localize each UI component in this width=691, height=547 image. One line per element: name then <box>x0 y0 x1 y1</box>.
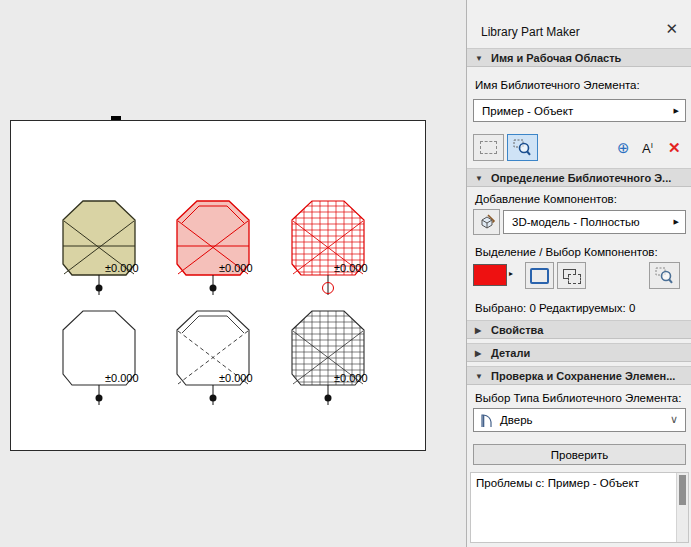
object-shaded-khaki[interactable]: ±0.000 <box>56 196 156 300</box>
section-header-definition[interactable]: ▼ Определение Библиотечного Э... <box>467 168 691 187</box>
section-header-properties[interactable]: ▶ Свойства <box>467 320 691 339</box>
close-icon[interactable]: ✕ <box>665 21 678 36</box>
chevron-down-icon: ∨ <box>670 413 678 426</box>
problems-text: Проблемы с: Пример - Объект <box>476 477 639 489</box>
check-button[interactable]: Проверить <box>473 444 686 465</box>
section-header-label: Проверка и Сохранение Элемен... <box>491 370 675 382</box>
object-dashed-wireframe[interactable]: ±0.000 <box>170 306 270 410</box>
element-type-label: Выбор Типа Библиотечного Элемента: <box>475 392 681 404</box>
marquee-icon <box>480 141 497 154</box>
boundary-icon <box>530 268 549 284</box>
delete-icon[interactable]: ✕ <box>668 139 681 157</box>
caret-right-icon: ▶ <box>475 344 481 363</box>
caret-right-icon: ▶ <box>475 321 481 340</box>
dimension-label: ±0.000 <box>334 262 368 274</box>
popup-arrow-icon: ▶ <box>674 107 679 115</box>
overlap-select-button[interactable] <box>557 262 586 289</box>
zoom-button[interactable] <box>649 262 680 289</box>
boundary-select-button[interactable] <box>525 262 554 289</box>
problems-list[interactable]: Проблемы с: Пример - Объект <box>470 472 689 543</box>
element-name-value: Пример - Объект <box>482 105 573 117</box>
object-outline[interactable]: ±0.000 <box>56 306 156 410</box>
magnifier-icon <box>655 267 674 284</box>
element-name-label: Имя Библиотечного Элемента: <box>475 79 640 91</box>
library-part-maker-panel: Library Part Maker ✕ ▼ Имя и Рабочая Обл… <box>466 0 691 547</box>
swatch-arrow-icon[interactable]: ▸ <box>509 269 513 278</box>
section-header-check-save[interactable]: ▼ Проверка и Сохранение Элемен... <box>467 366 691 385</box>
app-window: ±0.000 ±0.000 <box>0 0 691 547</box>
dimension-label: ±0.000 <box>219 372 253 384</box>
dimension-label: ±0.000 <box>334 372 368 384</box>
add-icon[interactable]: ⊕ <box>617 139 630 157</box>
add-components-label: Добавление Компонентов: <box>475 193 617 205</box>
text-style-icon[interactable]: AI <box>642 141 653 156</box>
scrollbar-thumb[interactable] <box>679 475 686 505</box>
component-mode-value: 3D-модель - Полностью <box>512 216 640 228</box>
dimension-label: ±0.000 <box>105 262 139 274</box>
color-swatch[interactable] <box>473 264 507 286</box>
door-icon <box>480 413 494 429</box>
zoom-select-mode-button[interactable] <box>507 134 538 161</box>
object-drawing <box>56 306 146 410</box>
object-mesh-red[interactable]: ±0.000 <box>285 196 385 300</box>
object-drawing <box>285 306 375 410</box>
panel-title: Library Part Maker <box>481 25 580 39</box>
caret-down-icon: ▼ <box>475 49 483 68</box>
section-header-label: Детали <box>491 347 530 359</box>
element-type-select[interactable]: Дверь ∨ <box>473 408 686 432</box>
selection-status: Выбрано: 0 Редактируемых: 0 <box>475 302 635 314</box>
object-drawing <box>285 196 375 300</box>
element-name-field[interactable]: Пример - Объект ▶ <box>473 99 686 122</box>
object-shaded-red[interactable]: ±0.000 <box>170 196 270 300</box>
object-drawing <box>170 196 260 300</box>
dimension-label: ±0.000 <box>219 262 253 274</box>
component-mode-field[interactable]: 3D-модель - Полностью ▶ <box>503 210 686 234</box>
section-header-label: Свойства <box>491 324 543 336</box>
section-header-name-area[interactable]: ▼ Имя и Рабочая Область <box>467 48 691 67</box>
selection-label: Выделение / Выбор Компонентов: <box>475 246 658 258</box>
scrollbar[interactable] <box>676 473 688 542</box>
section-header-details[interactable]: ▶ Детали <box>467 343 691 362</box>
marquee-mode-button[interactable] <box>473 134 504 161</box>
check-button-label: Проверить <box>551 449 609 461</box>
object-mesh-black[interactable]: ±0.000 <box>285 306 385 410</box>
object-drawing <box>170 306 260 410</box>
magnifier-icon <box>513 139 532 156</box>
section-header-label: Имя и Рабочая Область <box>491 52 621 64</box>
overlap-icon <box>563 269 581 283</box>
section-header-label: Определение Библиотечного Э... <box>491 172 671 184</box>
element-type-value: Дверь <box>500 414 533 426</box>
cube-edit-icon <box>478 213 496 231</box>
component-tool-button[interactable] <box>473 209 500 235</box>
object-drawing <box>56 196 146 300</box>
drawing-canvas[interactable]: ±0.000 ±0.000 <box>10 120 426 451</box>
popup-arrow-icon: ▶ <box>674 218 679 226</box>
caret-down-icon: ▼ <box>475 169 483 188</box>
dimension-label: ±0.000 <box>105 372 139 384</box>
caret-down-icon: ▼ <box>475 367 483 386</box>
